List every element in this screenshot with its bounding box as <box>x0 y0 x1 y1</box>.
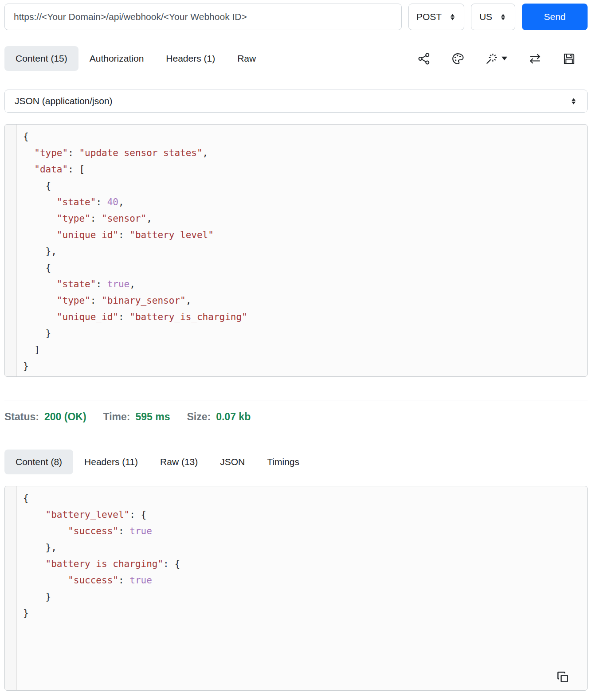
copy-icon <box>556 670 569 684</box>
code-line: "type": "sensor", <box>23 211 247 227</box>
tab-json[interactable]: JSON <box>209 450 256 474</box>
tab-authorization[interactable]: Authorization <box>78 46 155 71</box>
content-type-select[interactable]: JSON (application/json) <box>4 90 588 113</box>
size-value: 0.07 kb <box>216 411 251 423</box>
section-divider <box>4 400 588 400</box>
size-label: Size: <box>187 411 211 423</box>
code-line: }, <box>23 540 180 556</box>
code-line: "success": true <box>23 572 180 589</box>
viewer-gutter <box>5 486 17 690</box>
code-line: "success": true <box>23 523 180 540</box>
time-value: 595 ms <box>135 411 170 423</box>
swap-horizontal-icon <box>528 52 542 66</box>
magic-wand-icon <box>485 52 498 66</box>
response-body-viewer: { "battery_level": { "success": true }, … <box>4 486 588 691</box>
theme-button[interactable] <box>451 52 465 66</box>
tab-raw[interactable]: Raw <box>226 46 267 71</box>
editor-gutter <box>5 125 17 376</box>
response-status-bar: Status: 200 (OK) Time: 595 ms Size: 0.07… <box>4 411 588 423</box>
code-line: ] <box>23 342 247 358</box>
code-line: } <box>23 605 180 622</box>
size-group: Size: 0.07 kb <box>187 411 251 423</box>
copy-response-button[interactable] <box>556 670 569 685</box>
time-group: Time: 595 ms <box>103 411 170 423</box>
url-input[interactable] <box>4 4 402 30</box>
tab-raw[interactable]: Raw (13) <box>149 450 209 474</box>
magic-wand-menu-button[interactable] <box>485 52 508 66</box>
code-line: "type": "update_sensor_states", <box>23 145 247 161</box>
request-body-code: { "type": "update_sensor_states", "data"… <box>17 125 254 376</box>
code-line: } <box>23 325 247 342</box>
tab-content[interactable]: Content (8) <box>4 450 73 474</box>
caret-down-icon <box>501 56 508 61</box>
code-line: { <box>23 129 247 145</box>
save-request-button[interactable] <box>562 52 576 66</box>
code-line: } <box>23 358 247 375</box>
unfold-icon <box>499 13 507 21</box>
status-label: Status: <box>4 411 39 423</box>
tab-headers[interactable]: Headers (11) <box>73 450 149 474</box>
request-tabs-row: Content (15)AuthorizationHeaders (1)Raw <box>4 46 588 71</box>
content-type-value: JSON (application/json) <box>15 96 113 106</box>
code-line: } <box>23 589 180 605</box>
send-button[interactable]: Send <box>522 4 588 30</box>
code-line: { <box>23 490 180 507</box>
response-body-code: { "battery_level": { "success": true }, … <box>17 486 186 690</box>
status-group: Status: 200 (OK) <box>4 411 86 423</box>
swap-button[interactable] <box>528 52 542 66</box>
unfold-icon <box>449 13 456 21</box>
method-select-value: POST <box>416 12 442 22</box>
code-line: "state": 40, <box>23 194 247 211</box>
code-line: "battery_is_charging": { <box>23 556 180 572</box>
unfold-icon <box>570 98 577 105</box>
time-label: Time: <box>103 411 130 423</box>
code-line: }, <box>23 243 247 260</box>
region-select-value: US <box>479 12 492 22</box>
response-tabs-row: Content (8)Headers (11)Raw (13)JSONTimin… <box>4 450 588 474</box>
code-line: "battery_level": { <box>23 507 180 523</box>
code-line: "state": true, <box>23 276 247 293</box>
request-toolbar <box>417 52 588 66</box>
response-tabs: Content (8)Headers (11)Raw (13)JSONTimin… <box>4 450 310 474</box>
share-button[interactable] <box>417 52 431 66</box>
code-line: "unique_id": "battery_is_charging" <box>23 309 247 325</box>
tab-timings[interactable]: Timings <box>256 450 310 474</box>
share-icon <box>417 52 431 66</box>
code-line: { <box>23 260 247 276</box>
code-line: "unique_id": "battery_level" <box>23 227 247 243</box>
code-line: { <box>23 178 247 194</box>
tab-headers[interactable]: Headers (1) <box>155 46 226 71</box>
code-line: "type": "binary_sensor", <box>23 293 247 309</box>
save-icon <box>562 52 576 66</box>
method-select[interactable]: POST <box>408 4 464 30</box>
request-body-editor[interactable]: { "type": "update_sensor_states", "data"… <box>4 124 588 377</box>
request-bar: POST US Send <box>4 4 588 30</box>
code-line: "data": [ <box>23 161 247 178</box>
region-select[interactable]: US <box>471 4 515 30</box>
tab-content[interactable]: Content (15) <box>4 46 78 71</box>
request-tabs: Content (15)AuthorizationHeaders (1)Raw <box>4 46 267 71</box>
status-value: 200 (OK) <box>44 411 86 423</box>
palette-icon <box>451 52 465 66</box>
